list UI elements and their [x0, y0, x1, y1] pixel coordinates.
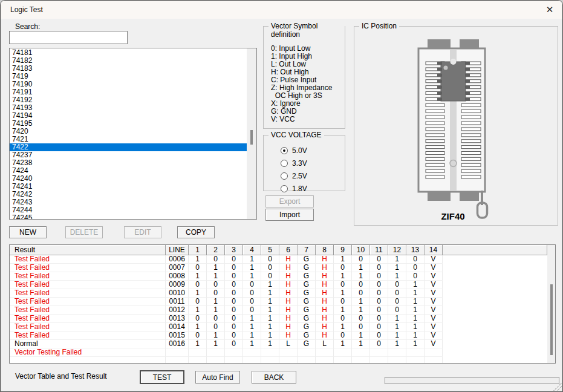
test-button[interactable]: TEST — [140, 370, 184, 384]
table-row[interactable]: Test Failed001501011HGH01011V — [10, 332, 555, 340]
list-item-74242[interactable]: 74242 — [10, 191, 247, 198]
list-item-74181[interactable]: 74181 — [10, 49, 247, 57]
table-header-cell-line[interactable]: LINE — [166, 245, 189, 255]
export-button[interactable]: Export — [265, 195, 314, 207]
table-header-cell-result[interactable]: Result — [10, 245, 166, 255]
table-header-cell-5[interactable]: 5 — [261, 245, 279, 255]
edit-button[interactable]: EDIT — [124, 226, 161, 238]
vector-cell: 1 — [388, 332, 406, 340]
radio-option-3.3v[interactable]: 3.3V — [281, 157, 307, 169]
table-header-cell-6[interactable]: 6 — [279, 245, 298, 255]
vector-cell: 1 — [334, 255, 352, 264]
import-button[interactable]: Import — [265, 209, 314, 221]
vector-cell: H — [279, 323, 298, 332]
table-header-cell-13[interactable]: 13 — [406, 245, 425, 255]
radio-option-5.0v[interactable]: 5.0V — [281, 144, 307, 157]
vector-cell: 0 — [225, 272, 243, 281]
vector-cell: V — [425, 264, 443, 272]
listbox-scrollbar-thumb[interactable] — [250, 130, 253, 145]
table-header-cell-1[interactable]: 1 — [189, 245, 207, 255]
list-item-74192[interactable]: 74192 — [10, 96, 247, 104]
table-scrollbar-thumb[interactable] — [550, 284, 553, 355]
table-header-cell-14[interactable]: 14 — [425, 245, 443, 255]
list-item-7424[interactable]: 7424 — [10, 167, 247, 175]
list-item-74240[interactable]: 74240 — [10, 175, 247, 183]
new-button[interactable]: NEW — [9, 226, 47, 238]
vector-cell: 0 — [370, 281, 388, 289]
vector-cell: 1 — [406, 281, 425, 289]
table-header-cell-10[interactable]: 10 — [352, 245, 370, 255]
list-item-74237[interactable]: 74237 — [10, 151, 247, 159]
table-row[interactable] — [10, 357, 555, 364]
ic-listbox[interactable]: 7418174182741837419741907419174192741937… — [9, 48, 257, 220]
vector-cell: 0 — [225, 315, 243, 323]
radio-icon[interactable] — [281, 147, 288, 154]
table-header-cell-4[interactable]: 4 — [243, 245, 261, 255]
radio-option-1.8v[interactable]: 1.8V — [281, 182, 307, 195]
table-header-cell-12[interactable]: 12 — [388, 245, 406, 255]
table-row[interactable]: Test Failed001211001HGH11001V — [10, 306, 555, 315]
list-item-74191[interactable]: 74191 — [10, 88, 247, 96]
table-header-cell-7[interactable]: 7 — [298, 245, 316, 255]
list-item-7419[interactable]: 7419 — [10, 73, 247, 80]
list-item-74182[interactable]: 74182 — [10, 57, 247, 65]
list-item-74241[interactable]: 74241 — [10, 183, 247, 191]
vector-cell: 1 — [406, 289, 425, 298]
list-item-7421[interactable]: 7421 — [10, 136, 247, 143]
list-item-74243[interactable]: 74243 — [10, 198, 247, 206]
radio-icon[interactable] — [281, 160, 288, 167]
table-row[interactable]: Vector Testing Failed — [10, 348, 555, 357]
vector-cell — [388, 357, 406, 364]
table-row[interactable]: Test Failed001410011HGH10011V — [10, 323, 555, 332]
table-scrollbar[interactable] — [547, 245, 555, 363]
result-table[interactable]: ResultLINE1234567891011121314 Test Faile… — [9, 244, 556, 364]
table-header-cell-8[interactable]: 8 — [316, 245, 334, 255]
vector-cell: 0 — [370, 315, 388, 323]
vector-cell: G — [298, 315, 316, 323]
list-item-74194[interactable]: 74194 — [10, 112, 247, 120]
table-header-cell-filler[interactable] — [443, 245, 547, 255]
list-item-7420[interactable]: 7420 — [10, 128, 247, 136]
auto-find-button[interactable]: Auto Find — [195, 371, 240, 384]
table-row[interactable]: Test Failed001010001HGH10001V — [10, 289, 555, 298]
table-row[interactable]: Test Failed001101001HGH01001V — [10, 298, 555, 306]
copy-button[interactable]: COPY — [177, 226, 215, 238]
vector-cell: 1 — [189, 306, 207, 315]
close-icon[interactable]: ✕ — [543, 3, 556, 16]
table-header-cell-11[interactable]: 11 — [370, 245, 388, 255]
vector-cell: 1 — [261, 298, 279, 306]
table-header-cell-2[interactable]: 2 — [207, 245, 225, 255]
list-item-74245[interactable]: 74245 — [10, 214, 247, 220]
vector-cell: V — [425, 340, 443, 348]
table-row[interactable]: Normal001611011LGL11011V — [10, 340, 555, 348]
vector-cell — [243, 348, 261, 357]
table-row[interactable]: Test Failed000900001HGH00001V — [10, 281, 555, 289]
list-item-74190[interactable]: 74190 — [10, 80, 247, 88]
vector-cell: 1 — [352, 264, 370, 272]
list-item-74244[interactable]: 74244 — [10, 206, 247, 214]
vector-cell: L — [316, 340, 334, 348]
list-item-74238[interactable]: 74238 — [10, 159, 247, 167]
table-row[interactable]: Test Failed000701010HGH01010V — [10, 264, 555, 272]
listbox-scrollbar[interactable] — [247, 48, 256, 219]
resize-grip[interactable] — [553, 382, 562, 391]
search-input[interactable] — [9, 31, 128, 44]
list-item-74195[interactable]: 74195 — [10, 120, 247, 128]
list-item-7422[interactable]: 7422 — [10, 143, 247, 151]
table-row[interactable]: Test Failed001300011HGH00011V — [10, 315, 555, 323]
radio-option-2.5v[interactable]: 2.5V — [281, 169, 307, 182]
radio-icon[interactable] — [281, 172, 288, 180]
table-header-cell-3[interactable]: 3 — [225, 245, 243, 255]
list-item-74183[interactable]: 74183 — [10, 65, 247, 73]
line-cell — [166, 357, 189, 364]
vector-cell: 1 — [189, 323, 207, 332]
back-button[interactable]: BACK — [252, 371, 296, 384]
table-row[interactable]: Test Failed000811010HGH11010V — [10, 272, 555, 281]
list-item-74193[interactable]: 74193 — [10, 104, 247, 112]
table-row[interactable]: Test Failed000610010HGH10010V — [10, 255, 555, 264]
radio-label: 5.0V — [292, 146, 307, 155]
table-header-cell-9[interactable]: 9 — [334, 245, 352, 255]
delete-button[interactable]: DELETE — [65, 226, 103, 238]
radio-icon[interactable] — [281, 185, 288, 192]
vector-cell: V — [425, 272, 443, 281]
